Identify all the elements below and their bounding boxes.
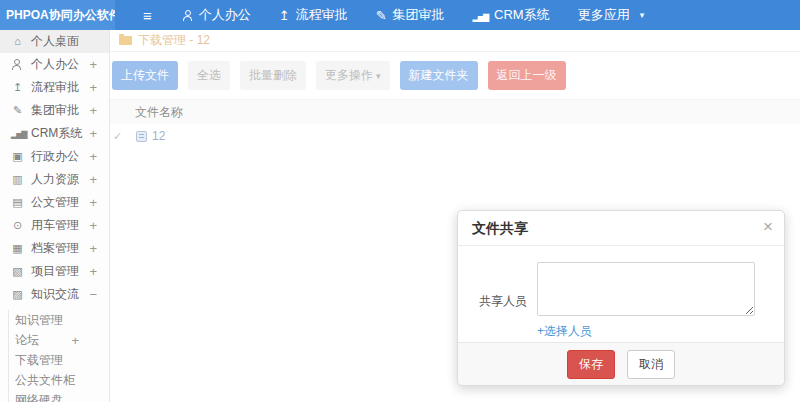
folder-icon bbox=[119, 36, 132, 45]
toolbar-button-2[interactable]: 全选 bbox=[188, 61, 230, 90]
sidebar-item-label: 个人桌面 bbox=[31, 33, 97, 50]
nav-menu: 个人办公↥流程审批✎集团审批CRM系统更多应用▾ bbox=[182, 6, 644, 24]
sidebar-item-label: 公文管理 bbox=[31, 194, 89, 211]
sidebar-item-8[interactable]: ▤公文管理+ bbox=[0, 191, 109, 214]
sidebar-sub-item-2[interactable]: 论坛+ bbox=[15, 330, 109, 350]
sidebar-item-label: 用车管理 bbox=[31, 217, 89, 234]
plus-icon[interactable]: + bbox=[89, 241, 97, 256]
nav-item-2[interactable]: ↥流程审批 bbox=[279, 6, 348, 24]
home-icon: ⌂ bbox=[11, 36, 24, 47]
sidebar-sub-item-5[interactable]: 网络硬盘 bbox=[15, 390, 109, 402]
flow-icon: ↥ bbox=[11, 82, 24, 93]
sidebar-item-6[interactable]: ▣行政办公+ bbox=[0, 145, 109, 168]
pick-people-link[interactable]: +选择人员 bbox=[537, 323, 755, 340]
plus-icon[interactable]: + bbox=[89, 103, 97, 118]
plus-icon[interactable]: + bbox=[89, 57, 97, 72]
sidebar-sub-item-label: 下载管理 bbox=[15, 352, 63, 369]
file-share-modal: 文件共享 × 共享人员 +选择人员 保存 取消 bbox=[457, 210, 785, 386]
close-icon[interactable]: × bbox=[763, 217, 773, 237]
plus-icon[interactable]: + bbox=[89, 218, 97, 233]
hr-icon: ▥ bbox=[11, 174, 24, 185]
column-file-name: 文件名称 bbox=[135, 105, 183, 119]
breadcrumb: 下载管理 - 12 bbox=[110, 30, 800, 52]
toolbar-button-label: 批量删除 bbox=[249, 68, 297, 82]
plus-icon[interactable]: + bbox=[71, 333, 79, 348]
toolbar-button-label: 新建文件夹 bbox=[409, 68, 469, 82]
sidebar-sub-item-1[interactable]: 知识管理 bbox=[15, 310, 109, 330]
archive-icon: ▦ bbox=[11, 243, 24, 254]
toolbar-button-3[interactable]: 批量删除 bbox=[240, 61, 306, 90]
modal-body: 共享人员 +选择人员 bbox=[458, 246, 784, 340]
sidebar-item-10[interactable]: ▦档案管理+ bbox=[0, 237, 109, 260]
app-logo[interactable]: PHPOA协同办公软件 bbox=[0, 0, 115, 30]
toolbar-button-label: 全选 bbox=[197, 68, 221, 82]
modal-title: 文件共享 bbox=[472, 220, 528, 236]
save-button[interactable]: 保存 bbox=[567, 350, 615, 379]
sidebar-sub-item-label: 网络硬盘 bbox=[15, 392, 63, 402]
flow-icon: ↥ bbox=[279, 9, 290, 22]
menu-icon[interactable]: ≡ bbox=[143, 7, 152, 24]
chevron-down-icon: ▾ bbox=[640, 11, 645, 20]
user-icon bbox=[11, 59, 24, 70]
sidebar-item-11[interactable]: ▧项目管理+ bbox=[0, 260, 109, 283]
sidebar-item-7[interactable]: ▥人力资源+ bbox=[0, 168, 109, 191]
sidebar-item-label: 行政办公 bbox=[31, 148, 89, 165]
plus-icon[interactable]: + bbox=[89, 149, 97, 164]
toolbar-button-label: 返回上一级 bbox=[497, 68, 557, 82]
toolbar-button-5[interactable]: 新建文件夹 bbox=[400, 61, 478, 90]
sidebar-sub-item-3[interactable]: 下载管理 bbox=[15, 350, 109, 370]
sidebar-item-1[interactable]: ⌂个人桌面 bbox=[0, 30, 109, 53]
user-icon bbox=[182, 10, 193, 21]
table-row[interactable]: ✓12 bbox=[110, 124, 800, 148]
edit-icon: ✎ bbox=[11, 105, 24, 116]
doc-icon: ▤ bbox=[11, 197, 24, 208]
plus-icon[interactable]: + bbox=[89, 126, 97, 141]
toolbar-button-label: 上传文件 bbox=[121, 68, 169, 82]
plus-icon[interactable]: + bbox=[89, 172, 97, 187]
nav-item-1[interactable]: 个人办公 bbox=[182, 6, 251, 24]
modal-footer: 保存 取消 bbox=[458, 342, 784, 385]
sidebar-sub-item-4[interactable]: 公共文件柜 bbox=[15, 370, 109, 390]
sidebar-item-label: 知识交流 bbox=[31, 286, 89, 303]
edit-icon: ✎ bbox=[376, 9, 387, 22]
nav-item-label: 个人办公 bbox=[199, 6, 251, 24]
toolbar-button-label: 更多操作 bbox=[325, 68, 373, 82]
cancel-button[interactable]: 取消 bbox=[627, 350, 675, 379]
plus-icon[interactable]: + bbox=[89, 195, 97, 210]
toolbar-button-6[interactable]: 返回上一级 bbox=[488, 61, 566, 90]
sidebar-sub-item-label: 知识管理 bbox=[15, 312, 63, 329]
chart-icon bbox=[11, 128, 24, 139]
sidebar-item-12[interactable]: ▨知识交流− bbox=[0, 283, 109, 306]
toolbar: 上传文件全选批量删除更多操作▾新建文件夹返回上一级 bbox=[110, 52, 800, 99]
sidebar-item-4[interactable]: ✎集团审批+ bbox=[0, 99, 109, 122]
sidebar-item-label: 人力资源 bbox=[31, 171, 89, 188]
top-navbar: PHPOA协同办公软件 ≡ 个人办公↥流程审批✎集团审批CRM系统更多应用▾ bbox=[0, 0, 800, 30]
toolbar-button-1[interactable]: 上传文件 bbox=[112, 61, 178, 90]
modal-header: 文件共享 × bbox=[458, 211, 784, 246]
admin-icon: ▣ bbox=[11, 151, 24, 162]
row-checkbox[interactable]: ✓ bbox=[113, 130, 127, 143]
sidebar-item-label: 档案管理 bbox=[31, 240, 89, 257]
project-icon: ▧ bbox=[11, 266, 24, 277]
minus-icon[interactable]: − bbox=[89, 287, 97, 302]
nav-item-label: 集团审批 bbox=[393, 6, 445, 24]
plus-icon[interactable]: + bbox=[89, 264, 97, 279]
file-name: 12 bbox=[152, 129, 165, 143]
sidebar-item-5[interactable]: CRM系统+ bbox=[0, 122, 109, 145]
sidebar-item-9[interactable]: ⊙用车管理+ bbox=[0, 214, 109, 237]
plus-icon[interactable]: + bbox=[89, 80, 97, 95]
sidebar-item-2[interactable]: 个人办公+ bbox=[0, 53, 109, 76]
sidebar-item-label: 项目管理 bbox=[31, 263, 89, 280]
sidebar-sub-item-label: 公共文件柜 bbox=[15, 372, 75, 389]
sidebar-item-label: CRM系统 bbox=[31, 125, 89, 142]
nav-item-5[interactable]: 更多应用▾ bbox=[578, 6, 645, 24]
nav-item-3[interactable]: ✎集团审批 bbox=[376, 6, 445, 24]
toolbar-button-4[interactable]: 更多操作▾ bbox=[316, 61, 390, 90]
nav-item-label: CRM系统 bbox=[494, 6, 550, 24]
share-people-label: 共享人员 bbox=[479, 293, 531, 310]
nav-item-4[interactable]: CRM系统 bbox=[473, 6, 550, 24]
sidebar-item-3[interactable]: ↥流程审批+ bbox=[0, 76, 109, 99]
share-people-textarea[interactable] bbox=[537, 262, 755, 316]
share-field: +选择人员 bbox=[537, 262, 755, 340]
sidebar: ⌂个人桌面个人办公+↥流程审批+✎集团审批+CRM系统+▣行政办公+▥人力资源+… bbox=[0, 30, 110, 402]
